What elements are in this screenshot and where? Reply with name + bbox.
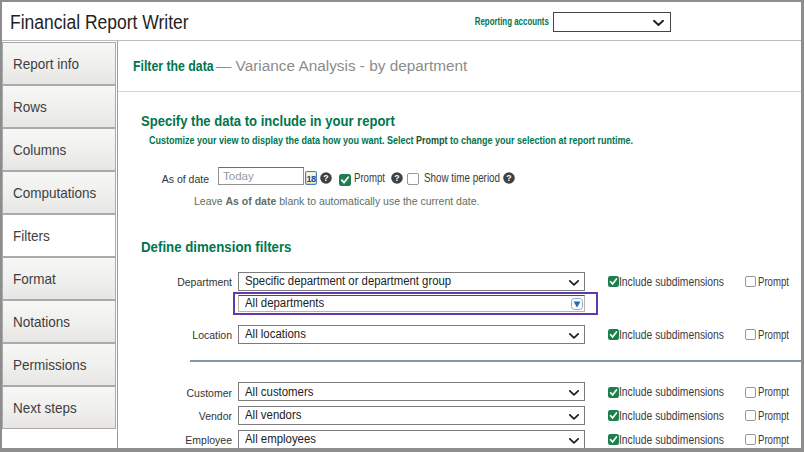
svg-text:?: ? (323, 172, 328, 182)
svg-text:?: ? (506, 172, 511, 182)
svg-text:?: ? (394, 172, 399, 182)
svg-text:18: 18 (306, 174, 316, 184)
